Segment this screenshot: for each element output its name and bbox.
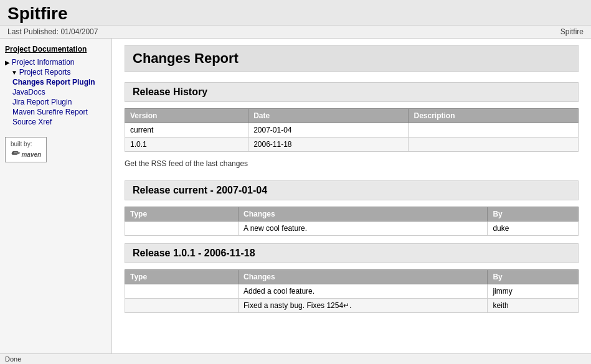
release-current-table: Type Changes By A new cool feature. duke (125, 207, 579, 236)
col-changes-2: Changes (239, 270, 488, 284)
sidebar-link-surefire[interactable]: Maven Surefire Report (12, 108, 88, 116)
sidebar-item-source-xref[interactable]: Source Xref (12, 117, 106, 127)
status-text: Done (5, 355, 21, 359)
cell-version: 1.0.1 (125, 138, 248, 152)
cell-date: 2006-11-18 (248, 138, 409, 152)
table-row: Fixed a nasty bug. Fixes 1254↵. keith (125, 299, 579, 313)
col-by-2: By (488, 270, 579, 284)
sidebar-section-title: Project Documentation (5, 45, 106, 54)
release-current-heading: Release current - 2007-01-04 (125, 180, 579, 200)
sidebar-link-project-reports[interactable]: Project Reports (19, 68, 71, 77)
rss-text: Get the RSS feed of the last changes (125, 159, 579, 168)
sidebar-item-javadocs[interactable]: JavaDocs (12, 87, 106, 97)
release-101-table: Type Changes By Added a cool feature. ji… (125, 269, 579, 313)
cell-changes: Fixed a nasty bug. Fixes 1254↵. (239, 299, 488, 313)
built-by-label: built by: (11, 141, 32, 147)
cell-date: 2007-01-04 (248, 123, 409, 138)
col-type-1: Type (125, 207, 239, 222)
table-row: Added a cool feature. jimmy (125, 284, 579, 299)
main-content: Changes Report Release History Version D… (112, 39, 591, 359)
layout: Project Documentation Project Informatio… (0, 39, 591, 359)
cell-by: jimmy (488, 284, 579, 299)
cell-type (125, 284, 239, 299)
cell-description (409, 123, 579, 138)
col-by-1: By (488, 207, 579, 222)
release-history-table: Version Date Description current 2007-01… (125, 108, 579, 152)
sidebar-link-project-information[interactable]: Project Information (12, 58, 75, 67)
cell-description (409, 138, 579, 152)
top-bar: Last Published: 01/04/2007 Spitfire (0, 26, 591, 39)
table-row: A new cool feature. duke (125, 222, 579, 236)
sidebar-item-changes-report[interactable]: Changes Report Plugin (12, 77, 106, 87)
maven-badge: built by: ✏ maven (5, 137, 47, 162)
cell-version: current (125, 123, 248, 138)
sidebar-item-project-reports[interactable]: Project Reports (5, 67, 106, 77)
sidebar-item-surefire[interactable]: Maven Surefire Report (12, 107, 106, 117)
col-description: Description (409, 109, 579, 123)
sidebar-link-source-xref[interactable]: Source Xref (12, 118, 52, 126)
sidebar-sub-nav: Changes Report Plugin JavaDocs Jira Repo… (5, 77, 106, 127)
project-name: Spitfire (560, 27, 584, 36)
cell-by: duke (488, 222, 579, 236)
col-date: Date (248, 109, 409, 123)
col-version: Version (125, 109, 248, 123)
sidebar-item-jira-report[interactable]: Jira Report Plugin (12, 97, 106, 107)
app-header: Spitfire (0, 0, 591, 26)
sidebar-link-changes-report[interactable]: Changes Report Plugin (12, 78, 95, 86)
status-bar: Done (0, 353, 591, 359)
page-title: Changes Report (125, 45, 579, 72)
app-title: Spitfire (7, 4, 584, 24)
col-type-2: Type (125, 270, 239, 284)
cell-changes: Added a cool feature. (239, 284, 488, 299)
sidebar-link-javadocs[interactable]: JavaDocs (12, 88, 45, 96)
table-row: current 2007-01-04 (125, 123, 579, 138)
sidebar-link-jira-report[interactable]: Jira Report Plugin (12, 98, 72, 106)
last-published: Last Published: 01/04/2007 (7, 27, 98, 36)
release-101-heading: Release 1.0.1 - 2006-11-18 (125, 243, 579, 263)
cell-type (125, 299, 239, 313)
col-changes-1: Changes (239, 207, 488, 222)
cell-changes: A new cool feature. (239, 222, 488, 236)
maven-label: ✏ maven (11, 147, 41, 159)
sidebar: Project Documentation Project Informatio… (0, 39, 112, 359)
sidebar-item-project-information[interactable]: Project Information (5, 57, 106, 67)
cell-by: keith (488, 299, 579, 313)
cell-type (125, 222, 239, 236)
table-row: 1.0.1 2006-11-18 (125, 138, 579, 152)
release-history-heading: Release History (125, 82, 579, 102)
